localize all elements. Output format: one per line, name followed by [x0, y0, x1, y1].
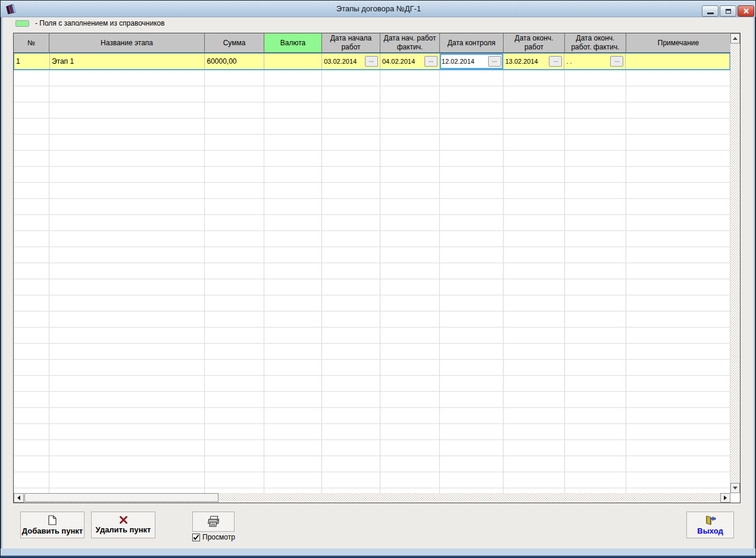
- cell-date-start-fact[interactable]: 04.02.2014 ...: [380, 54, 440, 69]
- arrow-right-icon: [724, 495, 727, 500]
- preview-label: Просмотр: [202, 533, 235, 541]
- col-header-date-start[interactable]: Дата начала работ: [322, 33, 380, 53]
- cell-currency[interactable]: [264, 54, 322, 69]
- app-window: Этапы договора №ДГ-1 - Поля с заполнение…: [0, 0, 756, 558]
- scroll-up-button[interactable]: [730, 33, 740, 43]
- window-frame-right: [753, 17, 755, 548]
- empty-grid-row[interactable]: [14, 488, 730, 493]
- print-button[interactable]: [192, 512, 235, 532]
- table-row-stage-1[interactable]: 1 Этап 1 60000,00 03.02.2014 ... 04.02.2…: [14, 53, 730, 70]
- col-header-date-end-fact[interactable]: Дата оконч. работ. фактич.: [565, 33, 626, 53]
- date-control-value: 12.02.2014: [442, 58, 474, 65]
- arrow-up-icon: [733, 37, 738, 40]
- empty-grid-row[interactable]: [14, 344, 730, 360]
- add-item-button[interactable]: Добавить пункт: [20, 512, 85, 538]
- date-start-fact-value: 04.02.2014: [382, 58, 415, 65]
- empty-grid-row[interactable]: [14, 440, 730, 456]
- horizontal-scrollbar[interactable]: [14, 493, 730, 503]
- empty-grid-row[interactable]: [14, 199, 730, 215]
- delete-item-button[interactable]: Удалить пункт: [91, 512, 155, 538]
- col-header-amount[interactable]: Сумма: [205, 33, 264, 53]
- empty-grid-row[interactable]: [14, 392, 730, 408]
- add-item-label: Добавить пункт: [22, 526, 83, 535]
- title-bar: Этапы договора №ДГ-1: [1, 1, 756, 17]
- cell-date-control[interactable]: 12.02.2014 ...: [440, 54, 504, 69]
- red-x-icon: [119, 516, 128, 524]
- col-header-num[interactable]: №: [14, 33, 49, 53]
- empty-grid-row[interactable]: [14, 247, 730, 263]
- arrow-down-icon: [733, 487, 738, 490]
- cell-date-start[interactable]: 03.02.2014 ...: [322, 54, 380, 69]
- empty-grid-row[interactable]: [14, 215, 730, 231]
- cell-num[interactable]: 1: [14, 54, 50, 69]
- date-end-value: 13.02.2014: [505, 58, 538, 65]
- empty-grid-rows[interactable]: [14, 70, 730, 493]
- printer-icon: [207, 516, 221, 528]
- legend-green-swatch: [15, 20, 29, 27]
- col-header-currency[interactable]: Валюта: [264, 33, 322, 53]
- col-header-stage-name[interactable]: Название этапа: [49, 33, 205, 53]
- date-end-fact-value: . .: [566, 58, 571, 65]
- col-header-date-control[interactable]: Дата контроля: [440, 33, 504, 53]
- exit-button[interactable]: Выход: [686, 512, 734, 538]
- empty-grid-row[interactable]: [14, 263, 730, 279]
- date-start-picker-button[interactable]: ...: [365, 56, 378, 67]
- exit-door-icon: [704, 515, 716, 525]
- empty-grid-row[interactable]: [14, 231, 730, 247]
- cell-date-end[interactable]: 13.02.2014 ...: [504, 54, 565, 69]
- empty-grid-row[interactable]: [14, 295, 730, 311]
- cell-amount[interactable]: 60000,00: [205, 54, 264, 69]
- close-icon: [743, 8, 749, 14]
- empty-grid-row[interactable]: [14, 119, 730, 135]
- col-header-date-end[interactable]: Дата оконч. работ: [504, 33, 565, 53]
- empty-grid-row[interactable]: [14, 328, 730, 344]
- empty-grid-row[interactable]: [14, 360, 730, 376]
- restore-button[interactable]: [720, 5, 736, 17]
- empty-grid-row[interactable]: [14, 311, 730, 328]
- empty-grid-row[interactable]: [14, 135, 730, 151]
- exit-label: Выход: [697, 526, 723, 535]
- empty-grid-row[interactable]: [14, 86, 730, 102]
- preview-option: Просмотр: [192, 533, 235, 541]
- contract-stages-grid: № Название этапа Сумма Валюта Дата начал…: [13, 33, 741, 503]
- horizontal-scroll-thumb[interactable]: [24, 493, 218, 502]
- legend-text: - Поля с заполнением из справочников: [35, 19, 165, 27]
- new-document-icon: [48, 515, 57, 525]
- empty-grid-row[interactable]: [14, 70, 730, 86]
- scroll-right-button[interactable]: [720, 493, 730, 503]
- date-end-fact-picker-button[interactable]: ...: [610, 56, 623, 67]
- date-start-fact-picker-button[interactable]: ...: [424, 56, 438, 67]
- grid-header-row: № Название этапа Сумма Валюта Дата начал…: [14, 33, 730, 53]
- empty-grid-row[interactable]: [14, 151, 730, 167]
- arrow-left-icon: [17, 495, 20, 500]
- scroll-down-button[interactable]: [730, 483, 740, 493]
- empty-grid-row[interactable]: [14, 456, 730, 472]
- empty-grid-row[interactable]: [14, 183, 730, 199]
- checkmark-icon: [193, 534, 199, 541]
- minimize-button[interactable]: [702, 5, 718, 17]
- restore-icon: [726, 9, 731, 14]
- window-title: Этапы договора №ДГ-1: [1, 4, 756, 13]
- minimize-icon: [707, 13, 714, 14]
- delete-item-label: Удалить пункт: [96, 525, 151, 534]
- cell-note[interactable]: [626, 54, 730, 69]
- empty-grid-row[interactable]: [14, 167, 730, 183]
- empty-grid-row[interactable]: [14, 279, 730, 295]
- date-control-picker-button[interactable]: ...: [488, 56, 501, 67]
- cell-stage-name[interactable]: Этап 1: [50, 54, 205, 69]
- cell-date-end-fact[interactable]: . . ...: [564, 54, 626, 69]
- col-header-date-start-fact[interactable]: Дата нач. работ фактич.: [380, 33, 440, 53]
- scroll-left-button[interactable]: [14, 493, 24, 503]
- close-button[interactable]: [738, 5, 754, 17]
- empty-grid-row[interactable]: [14, 408, 730, 424]
- scrollbar-corner: [730, 493, 740, 503]
- date-end-picker-button[interactable]: ...: [549, 56, 562, 67]
- empty-grid-row[interactable]: [14, 376, 730, 392]
- vertical-scrollbar[interactable]: [730, 33, 740, 493]
- col-header-note[interactable]: Примечание: [626, 33, 730, 53]
- preview-checkbox[interactable]: [192, 534, 200, 541]
- window-frame-bottom: [1, 548, 756, 558]
- empty-grid-row[interactable]: [14, 472, 730, 488]
- empty-grid-row[interactable]: [14, 424, 730, 440]
- empty-grid-row[interactable]: [14, 102, 730, 119]
